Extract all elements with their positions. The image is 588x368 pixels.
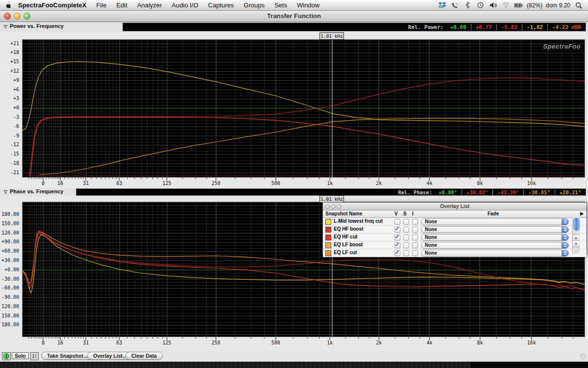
checkbox-s[interactable]	[403, 219, 409, 225]
overlay-list-window[interactable]: Overlay List Snapshot Name V S I Fade ▶ …	[322, 202, 587, 255]
overlay-row[interactable]: L-Mid lowest freq cutNone	[323, 218, 587, 226]
y-tick-label: 150.00	[0, 221, 19, 226]
battery-percent[interactable]: (82%)	[527, 2, 542, 9]
overlay-row[interactable]: EQ LF cut✓None	[323, 249, 587, 257]
y-tick-label: +21	[0, 41, 19, 46]
routing-icon[interactable]	[30, 352, 39, 360]
checkbox-i[interactable]	[412, 227, 418, 233]
snapshot-color-swatch[interactable]	[325, 235, 331, 240]
scroll-down-button[interactable]: ▼	[573, 240, 579, 247]
menu-file[interactable]: File	[91, 0, 111, 10]
menu-groups[interactable]: Groups	[239, 0, 270, 10]
stepper-icon[interactable]	[562, 235, 568, 240]
snapshot-name[interactable]: L-Mid lowest freq cut	[334, 218, 383, 224]
readout-value: -1.82	[522, 24, 547, 30]
phase-section-label[interactable]: ▽Phase vs. Frequency	[4, 188, 63, 194]
phone-icon[interactable]	[450, 1, 460, 10]
snapshot-name[interactable]: EQ LF boost	[334, 242, 363, 247]
overlay-row[interactable]: EQ LF boost✓None	[323, 241, 587, 249]
zoom-button[interactable]	[24, 13, 30, 20]
transfer-enable-toggle[interactable]	[2, 352, 11, 360]
stepper-icon[interactable]	[562, 227, 568, 233]
stepper-icon[interactable]	[562, 219, 568, 225]
fade-dropdown[interactable]: None	[421, 234, 569, 241]
checkbox-v[interactable]: ✓	[394, 235, 400, 240]
scrollbar-thumb[interactable]	[573, 218, 580, 231]
overlay-zoom-button[interactable]	[337, 204, 342, 209]
checkbox-s[interactable]	[403, 227, 409, 233]
menu-captures[interactable]: Captures	[203, 0, 239, 10]
overlay-title-bar[interactable]: Overlay List	[323, 203, 587, 210]
minimize-button[interactable]	[14, 13, 21, 20]
menu-clock[interactable]: dom 9.20	[546, 2, 570, 9]
overlay-rows: L-Mid lowest freq cutNoneEQ HF boost✓Non…	[323, 218, 587, 257]
snapshot-color-swatch[interactable]	[325, 219, 331, 225]
volume-icon[interactable]	[489, 1, 498, 10]
header-arrow-icon[interactable]: ▶	[580, 211, 584, 216]
checkbox-i[interactable]	[412, 235, 418, 240]
checkbox-s[interactable]	[403, 250, 409, 256]
fade-dropdown[interactable]: None	[421, 242, 569, 249]
stepper-icon[interactable]	[562, 242, 568, 248]
x-tick-label: 250	[208, 340, 224, 345]
fade-dropdown[interactable]: None	[421, 218, 569, 225]
col-solo[interactable]: S	[403, 211, 407, 216]
bluetooth-icon[interactable]	[463, 1, 472, 10]
menu-window[interactable]: Window	[292, 0, 324, 10]
window-resize-grip[interactable]	[580, 353, 587, 360]
checkbox-v[interactable]: ✓	[394, 242, 400, 248]
wifi-icon[interactable]	[501, 1, 511, 10]
snapshot-color-swatch[interactable]	[325, 250, 331, 256]
checkbox-v[interactable]: ✓	[394, 250, 400, 256]
take-snapshot-button[interactable]: Take Snapshot…	[41, 352, 94, 360]
fade-dropdown[interactable]: None	[421, 226, 569, 233]
checkbox-i[interactable]	[412, 219, 418, 225]
overlay-minimize-button[interactable]	[331, 204, 336, 209]
menu-audio-i-o[interactable]: Audio I/O	[167, 0, 203, 10]
overlay-row[interactable]: EQ HF boost✓None	[323, 226, 587, 234]
checkbox-v[interactable]: ✓	[394, 227, 400, 233]
disclosure-triangle-icon[interactable]: ▽	[4, 24, 7, 29]
overlay-close-button[interactable]	[325, 204, 330, 209]
checkbox-s[interactable]	[403, 235, 409, 240]
apple-menu-icon[interactable]	[4, 1, 13, 10]
col-fade[interactable]: Fade	[488, 211, 499, 216]
snapshot-name[interactable]: EQ HF boost	[334, 226, 364, 232]
menu-sets[interactable]: Sets	[270, 0, 292, 10]
dropbox-icon[interactable]	[438, 1, 447, 10]
close-button[interactable]	[4, 13, 11, 20]
overlay-scrollbar[interactable]: ▲ ▼	[572, 217, 580, 254]
y-tick-label: -60.00	[0, 285, 19, 290]
snapshot-color-swatch[interactable]	[325, 242, 331, 248]
snapshot-color-swatch[interactable]	[325, 227, 331, 233]
clear-data-button[interactable]: Clear Data	[125, 352, 163, 360]
col-visible[interactable]: V	[394, 211, 398, 216]
window-title-bar[interactable]: Transfer Function	[0, 10, 588, 22]
overlay-row[interactable]: EQ HF cut✓None	[323, 234, 587, 241]
disclosure-triangle-icon[interactable]: ▽	[4, 189, 7, 194]
menu-analyzer[interactable]: Analyzer	[132, 0, 167, 10]
menu-edit[interactable]: Edit	[111, 0, 132, 10]
battery-icon[interactable]	[514, 1, 523, 10]
check-icon: ✓	[395, 241, 399, 248]
fade-dropdown[interactable]: None	[421, 250, 569, 257]
checkbox-i[interactable]	[412, 250, 418, 256]
time-machine-icon[interactable]	[476, 1, 485, 10]
solo-button[interactable]: Solo	[12, 352, 29, 359]
checkbox-s[interactable]	[403, 242, 409, 248]
snapshot-name[interactable]: EQ LF cut	[334, 250, 357, 255]
phase-y-axis-labels: 180.00150.00120.00+90.00+60.00+30.00+0.0…	[0, 202, 21, 336]
checkbox-v[interactable]	[394, 219, 400, 225]
spotlight-icon[interactable]	[574, 1, 583, 10]
overlay-resize-grip[interactable]	[573, 247, 579, 254]
x-tick-label: 8	[35, 340, 51, 345]
col-snapshot-name[interactable]: Snapshot Name	[325, 211, 363, 216]
snapshot-name[interactable]: EQ HF cut	[334, 234, 357, 239]
power-section-label[interactable]: ▽Power vs. Frequency	[4, 23, 64, 29]
menu-spectrafoocompletex[interactable]: SpectraFooCompleteX	[13, 0, 91, 10]
col-i[interactable]: I	[412, 211, 414, 216]
checkbox-i[interactable]	[412, 242, 418, 248]
readout-value: +0.00°	[434, 189, 462, 195]
power-plot[interactable]: SpectraFoo	[22, 39, 585, 178]
stepper-icon[interactable]	[562, 250, 568, 256]
